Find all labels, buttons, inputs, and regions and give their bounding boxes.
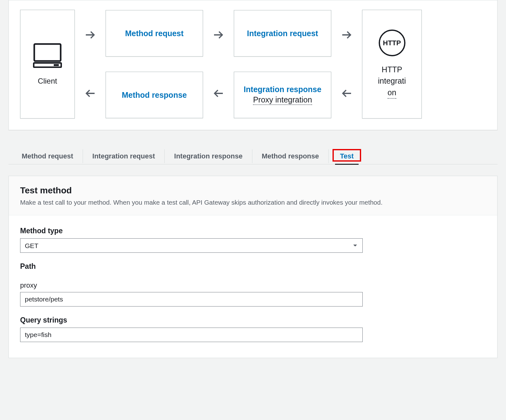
arrow-right-icon xyxy=(340,28,353,41)
proxy-integration-label: Proxy integration xyxy=(253,95,312,105)
test-method-header: Test method Make a test call to your met… xyxy=(9,176,497,215)
client-icon xyxy=(33,43,62,68)
http-icon: HTTP xyxy=(379,30,405,56)
method-request-box[interactable]: Method request xyxy=(106,10,203,57)
tab-test[interactable]: Test xyxy=(329,148,365,164)
tab-integration-request[interactable]: Integration request xyxy=(83,148,164,164)
http-badge-text: HTTP xyxy=(383,39,401,47)
svg-rect-0 xyxy=(34,44,61,61)
proxy-input[interactable] xyxy=(20,292,363,307)
proxy-label: proxy xyxy=(20,281,363,290)
method-request-link[interactable]: Method request xyxy=(125,29,184,38)
method-response-link[interactable]: Method response xyxy=(122,91,187,100)
svg-rect-2 xyxy=(54,64,59,66)
arrow-left-icon xyxy=(212,87,225,100)
method-type-select[interactable]: GET xyxy=(20,238,363,253)
arrow-left-icon xyxy=(84,87,97,100)
query-strings-input[interactable] xyxy=(20,328,363,342)
tab-method-response[interactable]: Method response xyxy=(252,148,328,164)
test-method-description: Make a test call to your method. When yo… xyxy=(20,199,486,206)
arrow-right-icon xyxy=(84,28,97,41)
http-label-3: on xyxy=(388,87,396,99)
arrow-left-icon xyxy=(340,87,353,100)
query-strings-section: Query strings xyxy=(20,316,363,342)
arrows-col-1 xyxy=(80,28,100,100)
arrows-col-2 xyxy=(209,28,228,100)
path-section: Path proxy xyxy=(20,262,363,307)
method-response-box[interactable]: Method response xyxy=(106,72,203,118)
method-type-section: Method type GET xyxy=(20,227,363,253)
test-method-title: Test method xyxy=(20,185,486,196)
path-label: Path xyxy=(20,262,363,271)
integration-response-link[interactable]: Integration response xyxy=(244,85,321,94)
method-execution-diagram: Client Method request Method response In… xyxy=(8,0,498,130)
arrow-right-icon xyxy=(212,28,225,41)
query-strings-label: Query strings xyxy=(20,316,363,324)
client-box: Client xyxy=(20,10,75,119)
tab-method-request[interactable]: Method request xyxy=(12,148,83,164)
integration-request-box[interactable]: Integration request xyxy=(234,10,331,57)
client-label: Client xyxy=(38,77,57,86)
integration-request-link[interactable]: Integration request xyxy=(247,29,318,38)
test-method-panel: Test method Make a test call to your met… xyxy=(8,176,498,358)
integration-response-box[interactable]: Integration response Proxy integration xyxy=(234,72,331,118)
test-method-body: Method type GET Path proxy Query strings xyxy=(9,215,497,358)
tab-integration-response[interactable]: Integration response xyxy=(165,148,252,164)
http-label-1: HTTP xyxy=(382,64,402,75)
arrows-col-3 xyxy=(337,28,356,100)
http-label-2: integrati xyxy=(378,75,406,86)
column-method: Method request Method response xyxy=(106,10,203,118)
column-integration: Integration request Integration response… xyxy=(234,10,331,118)
tabs-bar: Method request Integration request Integ… xyxy=(8,148,498,164)
method-type-label: Method type xyxy=(20,227,363,235)
http-integration-box: HTTP HTTP integrati on xyxy=(362,10,422,119)
